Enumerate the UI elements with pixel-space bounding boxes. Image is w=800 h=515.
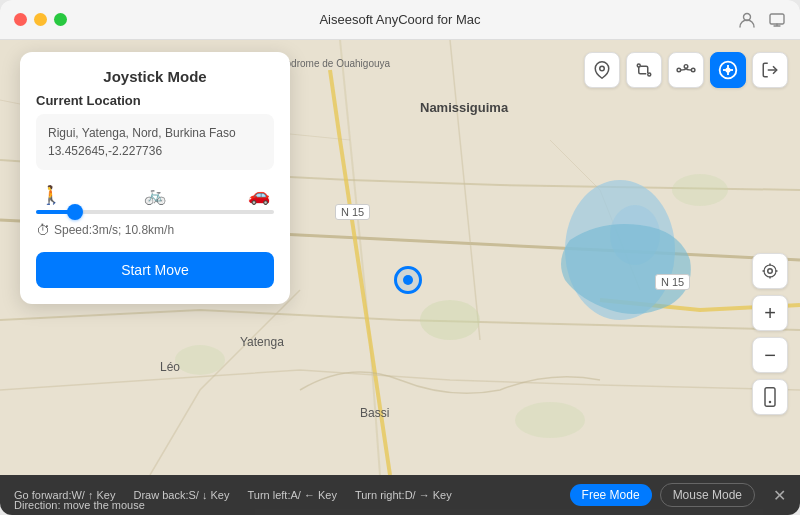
map-container[interactable]: Aérodrome de Ouahigouya Namissiguima Zag… <box>0 40 800 475</box>
location-box: Rigui, Yatenga, Nord, Burkina Faso 13.45… <box>36 114 274 170</box>
zoom-out-icon: − <box>764 344 776 367</box>
map-toolbar <box>584 52 788 88</box>
multi-route-button[interactable] <box>668 52 704 88</box>
exit-button[interactable] <box>752 52 788 88</box>
svg-point-9 <box>600 66 605 71</box>
zoom-in-icon: + <box>764 302 776 325</box>
joystick-mode-button[interactable] <box>710 52 746 88</box>
speed-slider-container[interactable] <box>36 210 274 214</box>
svg-point-20 <box>726 68 729 71</box>
slider-track <box>36 210 274 214</box>
user-icon[interactable] <box>738 11 756 29</box>
svg-point-13 <box>684 65 688 69</box>
route-mode-button[interactable] <box>626 52 662 88</box>
svg-point-22 <box>768 269 773 274</box>
svg-point-7 <box>515 402 585 438</box>
svg-point-11 <box>648 73 651 76</box>
close-bar-button[interactable]: ✕ <box>773 486 786 505</box>
car-icon: 🚗 <box>248 184 270 206</box>
maximize-button[interactable] <box>54 13 67 26</box>
svg-point-14 <box>691 68 695 72</box>
coordinates-text: 13.452645,-2.227736 <box>48 144 162 158</box>
free-mode-button[interactable]: Free Mode <box>570 484 652 506</box>
location-btn[interactable] <box>752 253 788 289</box>
svg-point-5 <box>420 300 480 340</box>
map-location-marker <box>394 266 422 294</box>
direction-label: Direction: move the mouse <box>14 499 145 511</box>
svg-point-23 <box>764 265 776 277</box>
device-btn[interactable] <box>752 379 788 415</box>
joystick-panel: Joystick Mode Current Location Rigui, Ya… <box>20 52 290 304</box>
transport-icons: 🚶 🚲 🚗 <box>36 184 274 206</box>
key-left: Turn left:A/ ← Key <box>247 489 336 501</box>
mouse-mode-button[interactable]: Mouse Mode <box>660 483 755 507</box>
zoom-in-btn[interactable]: + <box>752 295 788 331</box>
svg-rect-1 <box>770 14 784 24</box>
bottom-bar: Go forward:W/ ↑ Key Draw back:S/ ↓ Key T… <box>0 475 800 515</box>
key-right: Turn right:D/ → Key <box>355 489 452 501</box>
slider-thumb[interactable] <box>67 204 83 220</box>
speed-display: ⏱ Speed:3m/s; 10.8km/h <box>36 222 274 238</box>
app-title: Aiseesoft AnyCoord for Mac <box>319 12 480 27</box>
key-back: Draw back:S/ ↓ Key <box>133 489 229 501</box>
zoom-out-btn[interactable]: − <box>752 337 788 373</box>
pin-mode-button[interactable] <box>584 52 620 88</box>
location-text: Rigui, Yatenga, Nord, Burkina Faso <box>48 126 236 140</box>
titlebar: Aiseesoft AnyCoord for Mac <box>0 0 800 40</box>
close-button[interactable] <box>14 13 27 26</box>
svg-rect-24 <box>765 388 775 406</box>
svg-point-6 <box>175 345 225 375</box>
screen-icon[interactable] <box>768 11 786 29</box>
minimize-button[interactable] <box>34 13 47 26</box>
mode-buttons: Free Mode Mouse Mode ✕ <box>570 483 786 507</box>
svg-point-8 <box>672 174 728 206</box>
map-controls-right: + − <box>752 253 788 415</box>
bike-icon: 🚲 <box>144 184 166 206</box>
speed-icon: ⏱ <box>36 222 50 238</box>
traffic-lights <box>14 13 67 26</box>
speed-text: Speed:3m/s; 10.8km/h <box>54 223 174 237</box>
walk-icon: 🚶 <box>40 184 62 206</box>
joystick-title: Joystick Mode <box>36 68 274 85</box>
current-location-label: Current Location <box>36 93 274 108</box>
svg-point-12 <box>677 68 681 72</box>
start-move-button[interactable]: Start Move <box>36 252 274 288</box>
titlebar-icons <box>738 11 786 29</box>
svg-point-10 <box>637 64 640 67</box>
